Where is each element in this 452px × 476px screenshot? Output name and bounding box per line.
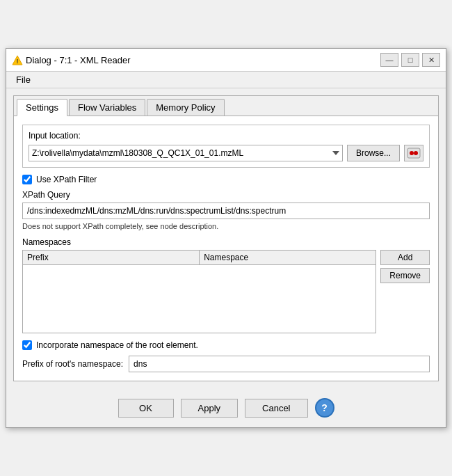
close-button[interactable]: ✕ xyxy=(422,53,440,67)
tab-settings[interactable]: Settings xyxy=(17,99,67,116)
input-location-group: Input location: Z:\rolivella\mydata\mzml… xyxy=(22,125,430,168)
connect-icon-button[interactable] xyxy=(404,145,423,161)
namespace-buttons: Add Remove xyxy=(380,250,430,333)
xpath-query-section: XPath Query Does not support XPath compl… xyxy=(22,190,430,230)
apply-button[interactable]: Apply xyxy=(181,399,239,418)
table-header: Prefix Namespace xyxy=(23,251,376,265)
svg-point-4 xyxy=(414,151,418,155)
namespaces-section: Namespaces Prefix Namespace Add Remove xyxy=(22,237,430,333)
tab-content-settings: Input location: Z:\rolivella\mydata\mzml… xyxy=(14,116,438,381)
tab-memory-policy[interactable]: Memory Policy xyxy=(147,99,224,116)
browse-button[interactable]: Browse... xyxy=(347,145,400,161)
namespaces-table: Prefix Namespace xyxy=(22,250,376,333)
col-prefix: Prefix xyxy=(23,251,200,264)
tabs-container: Settings Flow Variables Memory Policy In… xyxy=(13,95,439,381)
menu-bar: File xyxy=(6,72,446,88)
prefix-root-row: Prefix of root's namespace: xyxy=(22,356,430,372)
help-button[interactable]: ? xyxy=(315,398,334,418)
use-xpath-label: Use XPath Filter xyxy=(36,175,97,184)
tab-row: Settings Flow Variables Memory Policy xyxy=(14,96,438,116)
main-window: ! Dialog - 7:1 - XML Reader — □ ✕ File S… xyxy=(6,48,446,428)
input-location-select[interactable]: Z:\rolivella\mydata\mzml\180308_Q_QC1X_0… xyxy=(29,145,343,161)
ok-button[interactable]: OK xyxy=(118,399,174,418)
use-xpath-filter-row: Use XPath Filter xyxy=(22,175,430,184)
svg-text:!: ! xyxy=(17,58,19,65)
window-icon: ! xyxy=(12,55,22,65)
content-area: Settings Flow Variables Memory Policy In… xyxy=(6,88,446,388)
footer: OK Apply Cancel ? xyxy=(6,388,446,427)
namespaces-area: Prefix Namespace Add Remove xyxy=(22,250,430,333)
prefix-root-input[interactable] xyxy=(129,356,430,372)
xpath-hint: Does not support XPath completely, see n… xyxy=(22,222,430,230)
tab-flow-variables[interactable]: Flow Variables xyxy=(69,99,145,116)
title-bar: ! Dialog - 7:1 - XML Reader — □ ✕ xyxy=(6,49,446,72)
input-location-label: Input location: xyxy=(29,131,423,141)
table-body[interactable] xyxy=(23,265,376,331)
namespaces-label: Namespaces xyxy=(22,237,430,247)
xpath-query-label: XPath Query xyxy=(22,190,430,200)
svg-point-3 xyxy=(410,151,414,155)
input-location-row: Z:\rolivella\mydata\mzml\180308_Q_QC1X_0… xyxy=(29,145,423,161)
col-namespace: Namespace xyxy=(200,251,376,264)
window-title: Dialog - 7:1 - XML Reader xyxy=(26,55,376,65)
remove-namespace-button[interactable]: Remove xyxy=(380,268,430,283)
use-xpath-checkbox[interactable] xyxy=(22,175,32,184)
window-controls: — □ ✕ xyxy=(380,53,440,67)
incorporate-ns-checkbox[interactable] xyxy=(22,340,32,350)
menu-file[interactable]: File xyxy=(12,73,35,86)
minimize-button[interactable]: — xyxy=(380,53,398,67)
maximize-button[interactable]: □ xyxy=(401,53,419,67)
cancel-button[interactable]: Cancel xyxy=(245,399,307,418)
prefix-root-label: Prefix of root's namespace: xyxy=(22,359,123,369)
incorporate-ns-label: Incorporate namespace of the root elemen… xyxy=(36,340,198,350)
incorporate-ns-row: Incorporate namespace of the root elemen… xyxy=(22,340,430,350)
xpath-query-input[interactable] xyxy=(22,203,430,219)
add-namespace-button[interactable]: Add xyxy=(380,250,430,265)
